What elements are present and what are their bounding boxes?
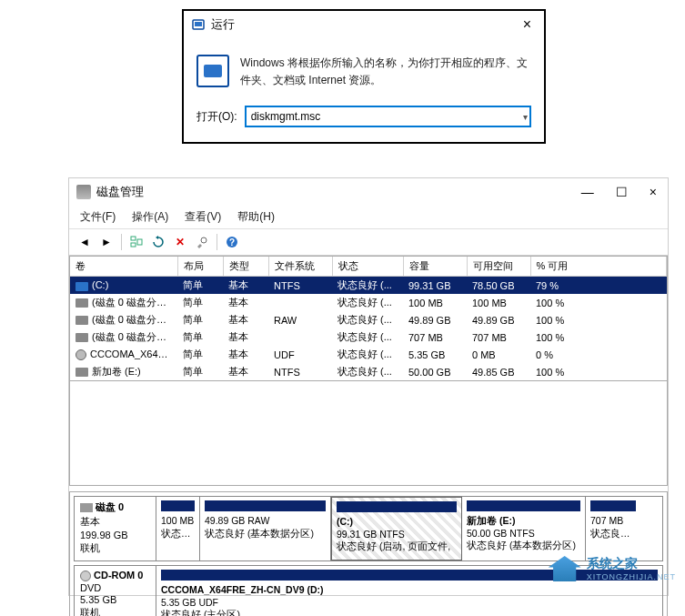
- run-titlebar[interactable]: 运行 ×: [184, 11, 544, 38]
- run-title-text: 运行: [211, 16, 235, 33]
- svg-rect-3: [131, 243, 136, 247]
- disk-partition[interactable]: 49.89 GB RAW状态良好 (基本数据分区): [200, 497, 331, 560]
- svg-point-5: [201, 237, 207, 243]
- menu-help[interactable]: 帮助(H): [234, 207, 278, 227]
- dm-icon: [76, 185, 91, 199]
- close-icon[interactable]: ×: [646, 185, 660, 199]
- dm-title-text: 磁盘管理: [96, 184, 144, 200]
- chevron-down-icon[interactable]: ▾: [523, 112, 528, 122]
- run-description: Windows 将根据你所输入的名称，为你打开相应的程序、文件夹、文档或 Int…: [240, 55, 531, 89]
- house-icon: [549, 556, 581, 581]
- disk-icon: [80, 503, 93, 512]
- disk-partition[interactable]: 707 MB状态良好 (恢复: [586, 497, 640, 560]
- svg-rect-4: [137, 239, 142, 245]
- watermark: 系统之家 XITONGZHIJIA.NET: [549, 556, 676, 581]
- maximize-icon[interactable]: ☐: [612, 185, 631, 199]
- table-row[interactable]: (磁盘 0 磁盘分区 1)简单基本状态良好 (...100 MB100 MB10…: [70, 294, 667, 311]
- menu-action[interactable]: 操作(A): [128, 207, 172, 227]
- col-layout[interactable]: 布局: [177, 257, 223, 277]
- table-row[interactable]: 新加卷 (E:)简单基本NTFS状态良好 (...50.00 GB49.85 G…: [70, 363, 667, 380]
- cd-icon: [80, 571, 91, 581]
- menu-bar: 文件(F) 操作(A) 查看(V) 帮助(H): [69, 206, 668, 229]
- volume-icon: [76, 333, 88, 342]
- col-pct[interactable]: % 可用: [530, 257, 667, 277]
- table-row[interactable]: (磁盘 0 磁盘分区 3)简单基本RAW状态良好 (...49.89 GB49.…: [70, 311, 667, 328]
- volume-icon: [76, 282, 88, 291]
- disk-0-info: 磁盘 0 基本 199.98 GB 联机: [75, 497, 156, 560]
- disk-partition[interactable]: 100 MB状态良好 (...: [156, 497, 200, 560]
- help-icon[interactable]: ?: [222, 232, 242, 252]
- disk-0-row[interactable]: 磁盘 0 基本 199.98 GB 联机 100 MB状态良好 (...49.8…: [74, 496, 663, 561]
- open-label: 打开(O):: [196, 109, 237, 125]
- volume-icon: [76, 368, 88, 377]
- minimize-icon[interactable]: —: [578, 185, 598, 199]
- cdrom-info: CD-ROM 0 DVD 5.35 GB 联机: [75, 566, 156, 616]
- col-fs[interactable]: 文件系统: [268, 257, 332, 277]
- forward-icon[interactable]: ►: [96, 232, 116, 252]
- svg-rect-2: [131, 237, 136, 240]
- svg-rect-1: [195, 22, 202, 26]
- table-row[interactable]: (磁盘 0 磁盘分区 6)简单基本状态良好 (...707 MB707 MB10…: [70, 328, 667, 346]
- run-icon: [191, 17, 206, 32]
- run-dialog: 运行 × Windows 将根据你所输入的名称，为你打开相应的程序、文件夹、文档…: [182, 9, 546, 144]
- volume-table-blank: [69, 381, 668, 486]
- toolbar: ◄ ► ✕ ?: [69, 229, 668, 256]
- col-free[interactable]: 可用空间: [467, 257, 530, 277]
- disk-partition[interactable]: 新加卷 (E:)50.00 GB NTFS状态良好 (基本数据分区): [462, 497, 586, 560]
- volume-icon: [76, 349, 86, 360]
- table-row[interactable]: (C:)简单基本NTFS状态良好 (...99.31 GB78.50 GB79 …: [70, 277, 667, 295]
- properties-icon[interactable]: [192, 232, 212, 252]
- volume-icon: [76, 298, 88, 308]
- col-type[interactable]: 类型: [223, 257, 268, 277]
- volume-icon: [76, 316, 88, 325]
- dm-titlebar[interactable]: 磁盘管理 — ☐ ×: [69, 178, 668, 206]
- svg-text:?: ?: [229, 237, 235, 247]
- disk-management-window: 磁盘管理 — ☐ × 文件(F) 操作(A) 查看(V) 帮助(H) ◄ ► ✕…: [68, 177, 669, 596]
- col-volume[interactable]: 卷: [70, 257, 177, 277]
- menu-view[interactable]: 查看(V): [181, 207, 225, 227]
- col-capacity[interactable]: 容量: [403, 257, 467, 277]
- open-input[interactable]: [245, 106, 531, 127]
- back-icon[interactable]: ◄: [75, 232, 95, 252]
- close-icon[interactable]: ×: [518, 16, 537, 33]
- menu-file[interactable]: 文件(F): [76, 207, 119, 227]
- col-status[interactable]: 状态: [332, 257, 403, 277]
- disk-graphical-view: 磁盘 0 基本 199.98 GB 联机 100 MB状态良好 (...49.8…: [69, 491, 668, 616]
- run-app-icon: [196, 55, 229, 87]
- table-header[interactable]: 卷 布局 类型 文件系统 状态 容量 可用空间 % 可用: [70, 257, 667, 277]
- table-row[interactable]: CCCOMA_X64FR...简单基本UDF状态良好 (...5.35 GB0 …: [70, 346, 667, 363]
- volume-table[interactable]: 卷 布局 类型 文件系统 状态 容量 可用空间 % 可用 (C:)简单基本NTF…: [69, 256, 668, 381]
- tree-icon[interactable]: [126, 232, 146, 252]
- refresh-icon[interactable]: [148, 232, 168, 252]
- delete-icon[interactable]: ✕: [170, 232, 190, 252]
- disk-partition[interactable]: (C:)99.31 GB NTFS状态良好 (启动, 页面文件,: [331, 497, 462, 560]
